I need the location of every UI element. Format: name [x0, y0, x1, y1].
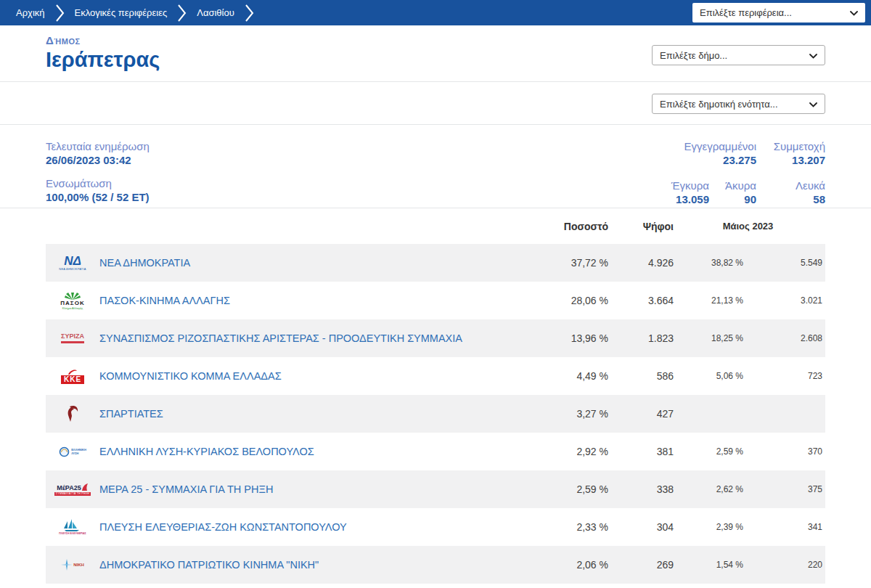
- party-result-row: ΕΛΛΗΝΙΚΗΛΥΣΗ ΕΛΛΗΝΙΚΗ ΛΥΣΗ-ΚΥΡΙΑΚΟΣ ΒΕΛΟ…: [46, 433, 825, 470]
- invalid-label: Άκυρα: [709, 179, 756, 192]
- percent-value: 2,59 %: [521, 483, 608, 495]
- percent-value: 37,72 %: [521, 257, 608, 269]
- prev-percent-value: 21,13 %: [674, 295, 743, 306]
- syriza-logo: ΣΥΡΙΖΑ: [46, 333, 99, 343]
- prev-percent-value: 2,39 %: [674, 522, 743, 532]
- prev-votes-value: 370: [743, 446, 822, 457]
- party-link[interactable]: ΠΑΣΟΚ-ΚΙΝΗΜΑ ΑΛΛΑΓΗΣ: [99, 295, 521, 306]
- votes-value: 304: [608, 521, 674, 533]
- percent-value: 3,27 %: [521, 408, 608, 420]
- chevron-down-icon: [809, 50, 817, 61]
- chevron-right-icon: [177, 4, 187, 23]
- kke-logo: ΚΚΕ: [46, 369, 99, 384]
- prev-votes-value: 5.549: [743, 258, 822, 268]
- municipality-select-value: Επιλέξτε δήμο...: [660, 50, 727, 61]
- turnout-value: 13.207: [756, 153, 825, 167]
- party-result-row: ΝΙΚΗ ΔΗΜΟΚΡΑΤΙΚΟ ΠΑΤΡΙΩΤΙΚΟ ΚΙΝΗΜΑ "ΝΙΚΗ…: [46, 546, 825, 584]
- breadcrumb-bar: Αρχική Εκλογικές περιφέρειες Λασιθίου Επ…: [0, 0, 871, 25]
- unit-select-section: Επιλέξτε δημοτική ενότητα...: [0, 82, 871, 125]
- results-table-header: Ποσοστό Ψήφοι Μάιος 2023: [46, 208, 825, 244]
- votes-value: 427: [608, 408, 674, 420]
- elliniki-lysi-logo: ΕΛΛΗΝΙΚΗΛΥΣΗ: [46, 446, 99, 457]
- spartiates-logo: [46, 405, 99, 422]
- prev-votes-value: 3.021: [743, 295, 822, 306]
- prev-percent-value: 5,06 %: [674, 371, 743, 381]
- party-link[interactable]: ΜΕΡΑ 25 - ΣΥΜΜΑΧΙΑ ΓΙΑ ΤΗ ΡΗΞΗ: [99, 483, 521, 495]
- votes-value: 586: [608, 370, 674, 382]
- valid-label: Έγκυρα: [608, 179, 709, 192]
- votes-value: 3.664: [608, 295, 674, 306]
- nea-dimokratia-logo: ΝΔΝΕΑ ΔΗΜΟΚΡΑΤΙΑ: [46, 255, 99, 271]
- percent-value: 2,33 %: [521, 521, 608, 533]
- unit-select-value: Επιλέξτε δημοτική ενότητα...: [660, 99, 778, 110]
- votes-value: 338: [608, 483, 674, 495]
- chevron-right-icon: [55, 4, 65, 23]
- prev-votes-value: 341: [743, 522, 822, 532]
- percent-value: 2,92 %: [521, 446, 608, 457]
- party-link[interactable]: ΣΥΝΑΣΠΙΣΜΟΣ ΡΙΖΟΣΠΑΣΤΙΚΗΣ ΑΡΙΣΤΕΡΑΣ - ΠΡ…: [99, 332, 521, 344]
- results-table: Ποσοστό Ψήφοι Μάιος 2023 ΝΔΝΕΑ ΔΗΜΟΚΡΑΤΙ…: [46, 208, 825, 584]
- votes-value: 381: [608, 446, 674, 457]
- prev-votes-value: 220: [743, 560, 822, 570]
- prev-percent-value: 38,82 %: [674, 258, 743, 268]
- registered-value: 23.275: [608, 153, 756, 167]
- unit-select[interactable]: Επιλέξτε δημοτική ενότητα...: [652, 94, 825, 114]
- party-result-row: ΚΚΕ ΚΟΜΜΟΥΝΙΣΤΙΚΟ ΚΟΜΜΑ ΕΛΛΑΔΑΣ 4,49 % 5…: [46, 357, 825, 395]
- percent-value: 4,49 %: [521, 370, 608, 382]
- prev-percent-value: 18,25 %: [674, 333, 743, 343]
- last-update-value: 26/06/2023 03:42: [46, 153, 150, 167]
- plefsi-eleftherias-logo: ΠΛΕΥΣΗ ΕΛΕΥΘΕΡΙΑΣ: [46, 519, 99, 536]
- breadcrumb-home[interactable]: Αρχική: [7, 7, 54, 18]
- party-link[interactable]: ΕΛΛΗΝΙΚΗ ΛΥΣΗ-ΚΥΡΙΑΚΟΣ ΒΕΛΟΠΟΥΛΟΣ: [99, 446, 521, 457]
- party-result-row: ΠΛΕΥΣΗ ΕΛΕΥΘΕΡΙΑΣ ΠΛΕΥΣΗ ΕΛΕΥΘΕΡΙΑΣ-ΖΩΗ …: [46, 508, 825, 546]
- page-header: Δήμος Ιεράπετρας Επιλέξτε δήμο...: [0, 25, 871, 82]
- prev-percent-value: 1,54 %: [674, 560, 743, 570]
- region-select[interactable]: Επιλέξτε περιφέρεια...: [692, 3, 865, 23]
- votes-value: 269: [608, 559, 674, 571]
- percent-column-header: Ποσοστό: [521, 221, 608, 232]
- prev-percent-value: 2,62 %: [674, 484, 743, 494]
- valid-value: 13.059: [608, 192, 709, 206]
- breadcrumb-constituencies[interactable]: Εκλογικές περιφέρειες: [66, 7, 176, 18]
- party-result-row: ΣΠΑΡΤΙΑΤΕΣ 3,27 % 427: [46, 395, 825, 433]
- party-link[interactable]: ΚΟΜΜΟΥΝΙΣΤΙΚΟ ΚΟΜΜΑ ΕΛΛΑΔΑΣ: [99, 370, 521, 382]
- blank-label: Λευκά: [756, 179, 825, 192]
- chevron-down-icon: [850, 7, 858, 18]
- registered-label: Εγγεγραμμένοι: [608, 139, 756, 153]
- turnout-label: Συμμετοχή: [756, 139, 825, 153]
- breadcrumb-lasithi[interactable]: Λασιθίου: [188, 7, 243, 18]
- niki-logo: ΝΙΚΗ: [46, 559, 99, 571]
- party-link[interactable]: ΠΛΕΥΣΗ ΕΛΕΥΘΕΡΙΑΣ-ΖΩΗ ΚΩΝΣΤΑΝΤΟΠΟΥΛΟΥ: [99, 521, 521, 533]
- last-update-label: Τελευταία ενημέρωση: [46, 139, 150, 153]
- percent-value: 13,96 %: [521, 332, 608, 344]
- previous-election-column-header: Μάιος 2023: [674, 221, 822, 232]
- results-rows: ΝΔΝΕΑ ΔΗΜΟΚΡΑΤΙΑ ΝΕΑ ΔΗΜΟΚΡΑΤΙΑ 37,72 % …: [46, 244, 825, 584]
- percent-value: 28,06 %: [521, 295, 608, 306]
- votes-column-header: Ψήφοι: [608, 221, 674, 232]
- prev-votes-value: 2.608: [743, 333, 822, 343]
- party-link[interactable]: ΔΗΜΟΚΡΑΤΙΚΟ ΠΑΤΡΙΩΤΙΚΟ ΚΙΝΗΜΑ "ΝΙΚΗ": [99, 559, 521, 571]
- chevron-down-icon: [809, 99, 817, 110]
- municipality-select[interactable]: Επιλέξτε δήμο...: [652, 45, 825, 65]
- integration-label: Ενσωμάτωση: [46, 176, 150, 190]
- blank-value: 58: [756, 192, 825, 206]
- invalid-value: 90: [709, 192, 756, 206]
- votes-value: 4.926: [608, 257, 674, 269]
- percent-value: 2,06 %: [521, 559, 608, 571]
- party-link[interactable]: ΣΠΑΡΤΙΑΤΕΣ: [99, 408, 521, 420]
- party-result-row: ΣΥΡΙΖΑ ΣΥΝΑΣΠΙΣΜΟΣ ΡΙΖΟΣΠΑΣΤΙΚΗΣ ΑΡΙΣΤΕΡ…: [46, 319, 825, 357]
- party-link[interactable]: ΝΕΑ ΔΗΜΟΚΡΑΤΙΑ: [99, 257, 521, 269]
- mera25-logo: ΜέΡΑ25ΣΥΜΜΑΧΙΑ ΓΙΑ ΤΗ ΡΗΞΗ: [46, 483, 99, 497]
- party-result-row: ΠΑΣΟΚΚίνημα Αλλαγής ΠΑΣΟΚ-ΚΙΝΗΜΑ ΑΛΛΑΓΗΣ…: [46, 282, 825, 319]
- prev-votes-value: 723: [743, 371, 822, 381]
- region-select-value: Επιλέξτε περιφέρεια...: [700, 7, 792, 18]
- votes-value: 1.823: [608, 332, 674, 344]
- pasok-logo: ΠΑΣΟΚΚίνημα Αλλαγής: [46, 291, 99, 310]
- party-result-row: ΜέΡΑ25ΣΥΜΜΑΧΙΑ ΓΙΑ ΤΗ ΡΗΞΗ ΜΕΡΑ 25 - ΣΥΜ…: [46, 470, 825, 508]
- prev-percent-value: 2,59 %: [674, 446, 743, 457]
- stats-section: Τελευταία ενημέρωση 26/06/2023 03:42 Ενσ…: [0, 125, 871, 208]
- integration-value: 100,00% (52 / 52 ΕΤ): [46, 190, 150, 204]
- party-result-row: ΝΔΝΕΑ ΔΗΜΟΚΡΑΤΙΑ ΝΕΑ ΔΗΜΟΚΡΑΤΙΑ 37,72 % …: [46, 244, 825, 282]
- chevron-right-icon: [245, 4, 254, 23]
- prev-votes-value: 375: [743, 484, 822, 494]
